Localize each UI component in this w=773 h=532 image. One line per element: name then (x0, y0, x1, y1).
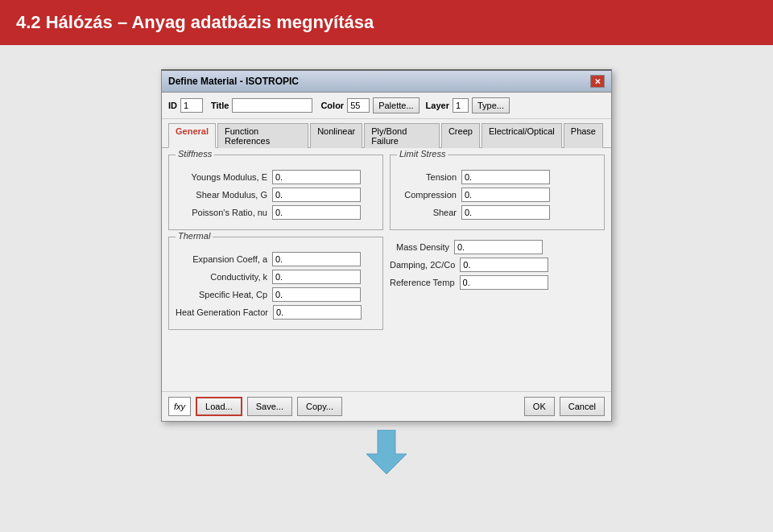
heat-gen-factor-input[interactable] (273, 305, 362, 320)
heat-gen-factor-row: Heat Generation Factor (176, 305, 376, 320)
close-button[interactable]: ✕ (590, 75, 605, 88)
layer-input[interactable] (453, 98, 469, 113)
stiffness-group: Stiffness Youngs Modulus, E Shear Modulu… (168, 155, 383, 230)
dialog-bottom-bar: fxy Load... Save... Copy... OK Cancel (162, 391, 611, 421)
content-area: Define Material - ISOTROPIC ✕ ID Title C… (0, 45, 773, 532)
damping-row: Damping, 2C/Co (390, 258, 605, 272)
expansion-coeff-input[interactable] (272, 252, 361, 266)
dialog-window: Define Material - ISOTROPIC ✕ ID Title C… (161, 69, 612, 422)
poisson-ratio-label: Poisson's Ratio, nu (176, 208, 272, 217)
damping-label: Damping, 2C/Co (390, 260, 460, 270)
limit-stress-group: Limit Stress Tension Compression (390, 155, 605, 230)
mass-density-row: Mass Density (390, 240, 605, 254)
specific-heat-label: Specific Heat, Cp (176, 290, 272, 299)
standalone-fields: Mass Density Damping, 2C/Co Reference Te… (390, 237, 605, 296)
cancel-button[interactable]: Cancel (560, 397, 605, 416)
shear-limit-label: Shear (397, 208, 461, 217)
stiffness-fields: Youngs Modulus, E Shear Modulus, G Poiss… (176, 170, 376, 220)
tension-label: Tension (397, 172, 461, 182)
expansion-coeff-row: Expansion Coeff, a (176, 252, 376, 266)
dialog-titlebar: Define Material - ISOTROPIC ✕ (162, 71, 611, 93)
youngs-modulus-input[interactable] (272, 170, 361, 184)
empty-space (168, 336, 605, 385)
tension-input[interactable] (461, 170, 550, 184)
save-button[interactable]: Save... (247, 397, 292, 416)
thermal-group: Thermal Expansion Coeff, a Conductivity,… (168, 237, 383, 330)
reference-temp-input[interactable] (460, 275, 548, 290)
conductivity-input[interactable] (272, 270, 361, 284)
compression-label: Compression (397, 190, 461, 200)
youngs-modulus-row: Youngs Modulus, E (176, 170, 376, 184)
conductivity-row: Conductivity, k (176, 270, 376, 284)
shear-modulus-input[interactable] (272, 188, 361, 202)
tab-phase[interactable]: Phase (564, 123, 603, 148)
palette-button[interactable]: Palette... (373, 97, 419, 113)
mass-density-label: Mass Density (390, 242, 454, 252)
tab-creep[interactable]: Creep (441, 123, 480, 148)
dialog-title: Define Material - ISOTROPIC (168, 76, 299, 87)
tab-function-references[interactable]: Function References (217, 123, 308, 148)
mass-density-input[interactable] (454, 240, 543, 254)
reference-temp-row: Reference Temp (390, 275, 605, 290)
layer-label: Layer (426, 101, 449, 110)
thermal-title: Thermal (176, 231, 213, 241)
reference-temp-label: Reference Temp (390, 278, 460, 287)
youngs-modulus-label: Youngs Modulus, E (176, 172, 272, 182)
expansion-coeff-label: Expansion Coeff, a (176, 254, 272, 264)
specific-heat-input[interactable] (272, 287, 361, 302)
compression-input[interactable] (461, 188, 550, 202)
fxy-button[interactable]: fxy (168, 397, 191, 416)
stiffness-title: Stiffness (176, 149, 214, 159)
svg-marker-0 (366, 430, 407, 474)
tension-row: Tension (397, 170, 597, 184)
two-column-layout: Stiffness Youngs Modulus, E Shear Modulu… (168, 155, 605, 336)
tabs-row: General Function References Nonlinear Pl… (162, 119, 611, 148)
conductivity-label: Conductivity, k (176, 272, 272, 282)
color-label: Color (320, 101, 344, 110)
tab-electrical-optical[interactable]: Electrical/Optical (482, 123, 562, 148)
type-button[interactable]: Type... (472, 97, 510, 113)
id-input[interactable] (180, 98, 203, 113)
title-label: Title (211, 101, 229, 110)
title-input[interactable] (232, 98, 312, 113)
load-button[interactable]: Load... (196, 397, 242, 416)
tab-nonlinear[interactable]: Nonlinear (310, 123, 362, 148)
poisson-ratio-input[interactable] (272, 205, 361, 220)
page-title: 4.2 Hálózás – Anyag adatbázis megnyítása (16, 12, 374, 33)
color-input[interactable] (347, 98, 370, 113)
poisson-ratio-row: Poisson's Ratio, nu (176, 205, 376, 220)
damping-input[interactable] (460, 258, 548, 272)
down-arrow-container (366, 430, 407, 474)
right-column: Limit Stress Tension Compression (390, 155, 605, 336)
limit-stress-title: Limit Stress (397, 149, 448, 159)
shear-modulus-row: Shear Modulus, G (176, 188, 376, 202)
tab-general[interactable]: General (168, 123, 216, 148)
shear-limit-row: Shear (397, 205, 597, 220)
copy-button[interactable]: Copy... (297, 397, 342, 416)
heat-gen-factor-label: Heat Generation Factor (176, 307, 273, 317)
tab-ply-bond-failure[interactable]: Ply/Bond Failure (364, 123, 440, 148)
tab-content-general: Stiffness Youngs Modulus, E Shear Modulu… (162, 148, 611, 391)
specific-heat-row: Specific Heat, Cp (176, 287, 376, 302)
left-column: Stiffness Youngs Modulus, E Shear Modulu… (168, 155, 383, 336)
limit-stress-fields: Tension Compression Shear (397, 170, 597, 220)
id-label: ID (168, 101, 177, 110)
down-arrow-icon (366, 430, 407, 474)
dialog-top-row: ID Title Color Palette... Layer Type... (162, 93, 611, 119)
thermal-fields: Expansion Coeff, a Conductivity, k Speci… (176, 252, 376, 320)
ok-button[interactable]: OK (524, 397, 555, 416)
shear-limit-input[interactable] (461, 205, 550, 220)
header-bar: 4.2 Hálózás – Anyag adatbázis megnyítása (0, 0, 773, 45)
compression-row: Compression (397, 188, 597, 202)
shear-modulus-label: Shear Modulus, G (176, 190, 272, 200)
